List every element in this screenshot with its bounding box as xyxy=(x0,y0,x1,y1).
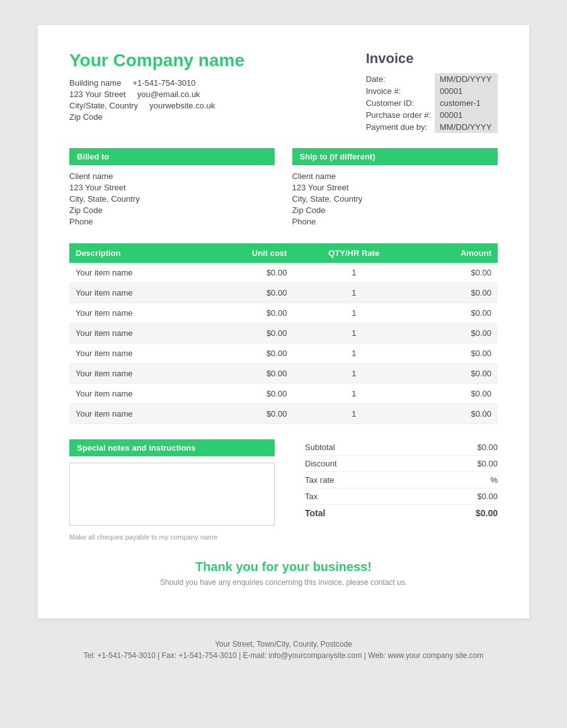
item-amount: $0.00 xyxy=(415,384,498,404)
purchase-order-label: Purchase order #: xyxy=(366,109,435,121)
customer-id-row: Customer ID: customer-1 xyxy=(366,97,498,109)
payment-due-value: MM/DD/YYYY xyxy=(435,121,498,133)
table-row: Your item name $0.00 1 $0.00 xyxy=(69,303,498,323)
billing-section: Billed to Client name 123 Your Street Ci… xyxy=(69,148,498,228)
item-unit-cost: $0.00 xyxy=(202,404,293,424)
payment-due-row: Payment due by: MM/DD/YYYY xyxy=(366,121,498,133)
company-info: Building name +1-541-754-3010 123 Your S… xyxy=(69,78,244,122)
thank-you-subtext: Should you have any enquiries concerning… xyxy=(69,578,498,587)
invoice-num-label: Invoice #: xyxy=(366,85,435,97)
item-amount: $0.00 xyxy=(415,263,498,283)
tax-rate-label: Tax rate xyxy=(305,475,334,485)
company-block: Your Company name Building name +1-541-7… xyxy=(69,50,244,124)
purchase-order-value: 00001 xyxy=(435,109,498,121)
customer-id-label: Customer ID: xyxy=(366,97,435,109)
total-value: $0.00 xyxy=(476,508,498,518)
item-description: Your item name xyxy=(69,404,202,424)
table-row: Your item name $0.00 1 $0.00 xyxy=(69,404,498,424)
date-value: MM/DD/YYYY xyxy=(435,73,498,85)
table-row: Your item name $0.00 1 $0.00 xyxy=(69,283,498,303)
footer-details: Tel: +1-541-754-3010 | Fax: +1-541-754-3… xyxy=(0,651,567,660)
customer-id-value: customer-1 xyxy=(435,97,498,109)
item-qty: 1 xyxy=(293,384,415,404)
total-row: Total $0.00 xyxy=(305,505,498,521)
tax-rate-row: Tax rate % xyxy=(305,472,498,488)
invoice-num-value: 00001 xyxy=(435,85,498,97)
col-amount: Amount xyxy=(415,243,498,263)
notes-content xyxy=(69,463,275,526)
tax-label: Tax xyxy=(305,492,318,501)
thank-you-heading: Thank you for your business! xyxy=(69,560,498,574)
totals-block: Subtotal $0.00 Discount $0.00 Tax rate %… xyxy=(305,439,498,521)
item-description: Your item name xyxy=(69,364,202,384)
item-qty: 1 xyxy=(293,364,415,384)
thank-you-section: Thank you for your business! Should you … xyxy=(69,560,498,587)
item-amount: $0.00 xyxy=(415,283,498,303)
subtotal-label: Subtotal xyxy=(305,442,335,452)
ship-to-block: Ship to (if different) Client name 123 Y… xyxy=(292,148,498,228)
invoice-num-row: Invoice #: 00001 xyxy=(366,85,498,97)
item-qty: 1 xyxy=(293,344,415,364)
billed-to-city: City, State, Country xyxy=(69,194,275,204)
item-qty: 1 xyxy=(293,283,415,303)
bottom-section: Special notes and instructions Subtotal … xyxy=(69,439,498,526)
invoice-title: Invoice xyxy=(366,50,498,67)
table-row: Your item name $0.00 1 $0.00 xyxy=(69,323,498,344)
notes-header: Special notes and instructions xyxy=(69,439,275,456)
ship-to-header: Ship to (if different) xyxy=(292,148,498,165)
tax-row: Tax $0.00 xyxy=(305,488,498,505)
ship-to-phone: Phone xyxy=(292,217,498,226)
billed-to-name: Client name xyxy=(69,171,275,181)
ship-to-street: 123 Your Street xyxy=(292,183,498,192)
item-unit-cost: $0.00 xyxy=(202,303,293,323)
table-row: Your item name $0.00 1 $0.00 xyxy=(69,384,498,404)
table-row: Your item name $0.00 1 $0.00 xyxy=(69,263,498,283)
ship-to-zip: Zip Code xyxy=(292,205,498,215)
item-unit-cost: $0.00 xyxy=(202,323,293,344)
item-unit-cost: $0.00 xyxy=(202,344,293,364)
discount-label: Discount xyxy=(305,459,337,468)
col-unit-cost: Unit cost xyxy=(202,243,293,263)
invoice-meta-table: Date: MM/DD/YYYY Invoice #: 00001 Custom… xyxy=(366,73,498,133)
cheque-note: Make all cheques payable to my company n… xyxy=(69,533,498,541)
billed-to-zip: Zip Code xyxy=(69,205,275,215)
invoice-date-row: Date: MM/DD/YYYY xyxy=(366,73,498,85)
item-amount: $0.00 xyxy=(415,323,498,344)
item-amount: $0.00 xyxy=(415,344,498,364)
table-row: Your item name $0.00 1 $0.00 xyxy=(69,344,498,364)
item-amount: $0.00 xyxy=(415,404,498,424)
ship-to-name: Client name xyxy=(292,171,498,181)
invoice-meta: Invoice Date: MM/DD/YYYY Invoice #: 0000… xyxy=(366,50,498,133)
item-description: Your item name xyxy=(69,303,202,323)
tax-rate-value: % xyxy=(490,475,498,485)
notes-block: Special notes and instructions xyxy=(69,439,275,526)
discount-value: $0.00 xyxy=(477,459,498,468)
footer-bar: Your Street, Town/City, County, Postcode… xyxy=(0,631,567,669)
col-qty: QTY/HR Rate xyxy=(293,243,415,263)
table-header-row: Description Unit cost QTY/HR Rate Amount xyxy=(69,243,498,263)
date-label: Date: xyxy=(366,73,435,85)
billed-to-phone: Phone xyxy=(69,217,275,226)
items-table: Description Unit cost QTY/HR Rate Amount… xyxy=(69,243,498,424)
header-section: Your Company name Building name +1-541-7… xyxy=(69,50,498,133)
item-description: Your item name xyxy=(69,323,202,344)
billed-to-block: Billed to Client name 123 Your Street Ci… xyxy=(69,148,275,228)
item-description: Your item name xyxy=(69,263,202,283)
ship-to-city: City, State, Country xyxy=(292,194,498,204)
item-unit-cost: $0.00 xyxy=(202,263,293,283)
item-description: Your item name xyxy=(69,344,202,364)
table-row: Your item name $0.00 1 $0.00 xyxy=(69,364,498,384)
company-address-line1: Building name +1-541-754-3010 xyxy=(69,78,244,88)
company-address-line4: Zip Code xyxy=(69,112,244,122)
item-unit-cost: $0.00 xyxy=(202,364,293,384)
company-name: Your Company name xyxy=(69,50,244,71)
item-description: Your item name xyxy=(69,283,202,303)
item-qty: 1 xyxy=(293,323,415,344)
item-description: Your item name xyxy=(69,384,202,404)
item-unit-cost: $0.00 xyxy=(202,283,293,303)
subtotal-row: Subtotal $0.00 xyxy=(305,439,498,456)
invoice-document: Your Company name Building name +1-541-7… xyxy=(38,25,529,618)
company-address-line2: 123 Your Street you@email.co.uk xyxy=(69,90,244,99)
footer-address: Your Street, Town/City, County, Postcode xyxy=(0,640,567,649)
discount-row: Discount $0.00 xyxy=(305,456,498,472)
